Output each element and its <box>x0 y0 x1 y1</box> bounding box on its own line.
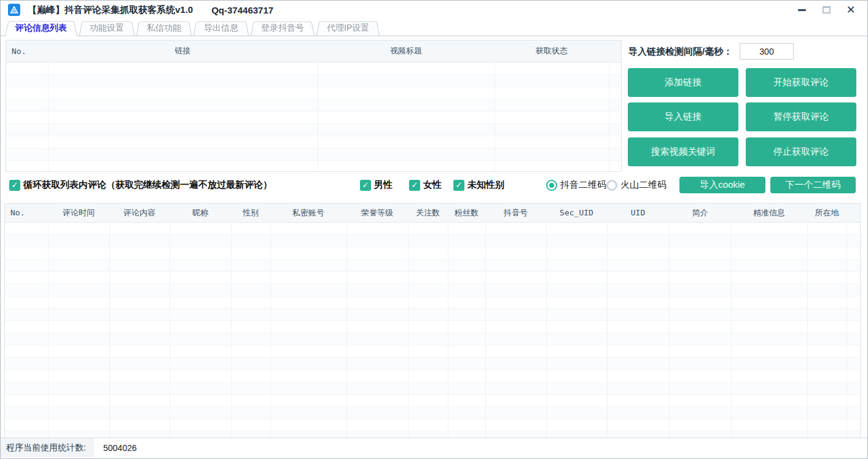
table-cell <box>495 99 609 111</box>
col-no: No. <box>6 40 48 62</box>
table-cell <box>546 247 607 259</box>
table-cell <box>270 406 346 418</box>
table-cell <box>5 418 48 431</box>
pause-fetch-comments-button[interactable]: 暂停获取评论 <box>746 102 856 131</box>
table-cell <box>731 418 807 431</box>
close-button[interactable]: ✕ <box>845 4 856 15</box>
tab-private-message[interactable]: 私信功能 <box>136 20 192 36</box>
table-row <box>5 320 860 333</box>
table-cell <box>607 222 669 234</box>
table-cell <box>5 284 48 296</box>
table-cell <box>731 296 807 308</box>
window-title: 【巅峰】抖音评论采集抓取获客系统v1.0 <box>28 4 193 16</box>
table-cell <box>669 394 731 406</box>
table-cell <box>109 369 170 382</box>
table-cell <box>346 259 408 271</box>
douyin-qr-label: 抖音二维码 <box>560 179 606 191</box>
table-cell <box>546 308 607 320</box>
table-cell <box>6 74 48 87</box>
table-cell <box>346 308 408 320</box>
huoshan-qr-radio[interactable] <box>606 180 617 191</box>
table-cell <box>448 284 485 296</box>
search-video-keyword-button[interactable]: 搜索视频关键词 <box>628 137 738 166</box>
table-cell <box>48 406 109 418</box>
table-cell <box>346 222 408 234</box>
male-checkbox[interactable]: ✓ <box>360 180 371 191</box>
table-cell <box>485 247 546 259</box>
add-link-button[interactable]: 添加链接 <box>628 68 738 97</box>
col-sec-uid: Sec_UID <box>546 204 607 222</box>
table-cell <box>48 123 318 136</box>
maximize-button[interactable] <box>821 4 832 15</box>
stop-fetch-comments-button[interactable]: 停止获取评论 <box>746 137 856 166</box>
table-cell <box>48 320 109 333</box>
table-cell <box>170 406 231 418</box>
table-cell <box>448 357 485 369</box>
col-gutter <box>609 40 621 62</box>
table-cell <box>5 394 48 406</box>
col-link: 链接 <box>48 40 318 62</box>
table-cell <box>5 357 48 369</box>
comment-list-table: No. 评论时间 评论内容 昵称 性别 私密账号 荣誉等级 关注数 粉丝数 抖音… <box>4 203 861 439</box>
tab-proxy-ip-settings[interactable]: 代理IP设置 <box>316 20 380 36</box>
minimize-button[interactable] <box>796 4 807 15</box>
tab-export-info[interactable]: 导出信息 <box>194 20 249 36</box>
table-cell <box>270 369 346 382</box>
tab-login-douyin-account[interactable]: 登录抖音号 <box>251 20 315 36</box>
table-cell <box>48 99 318 111</box>
unknown-gender-checkbox[interactable]: ✓ <box>453 180 464 191</box>
table-cell <box>609 62 621 74</box>
table-cell <box>846 259 860 271</box>
table-cell <box>607 382 669 394</box>
table-cell <box>485 284 546 296</box>
table-cell <box>495 74 609 87</box>
table-cell <box>448 308 485 320</box>
table-cell <box>607 296 669 308</box>
table-cell <box>109 222 170 234</box>
loop-fetch-checkbox[interactable]: ✓ <box>9 180 20 191</box>
female-checkbox[interactable]: ✓ <box>409 180 420 191</box>
next-qr-code-button[interactable]: 下一个二维码 <box>770 177 856 193</box>
tab-function-settings[interactable]: 功能设置 <box>79 20 135 36</box>
table-row <box>5 394 860 406</box>
female-checkbox-row: ✓ 女性 <box>409 179 442 191</box>
table-cell <box>495 160 609 172</box>
tab-comment-info-list[interactable]: 评论信息列表 <box>5 20 77 36</box>
table-cell <box>807 333 846 345</box>
interval-input[interactable] <box>740 43 794 60</box>
table-cell <box>731 333 807 345</box>
table-cell <box>170 320 231 333</box>
table-cell <box>669 382 731 394</box>
table-cell <box>270 394 346 406</box>
table-cell <box>231 418 270 431</box>
import-cookie-button[interactable]: 导入cookie <box>679 177 765 193</box>
table-cell <box>546 320 607 333</box>
table-cell <box>318 136 495 148</box>
usage-count-value: 5004026 <box>93 438 867 457</box>
import-link-button[interactable]: 导入链接 <box>628 102 738 131</box>
table-cell <box>48 394 109 406</box>
table-cell <box>546 357 607 369</box>
table-cell <box>669 357 731 369</box>
minimize-icon <box>798 9 806 11</box>
douyin-qr-radio[interactable] <box>546 180 557 191</box>
table-row <box>5 284 860 296</box>
col-following-count: 关注数 <box>408 204 448 222</box>
start-fetch-comments-button[interactable]: 开始获取评论 <box>746 68 856 97</box>
table-cell <box>408 345 448 357</box>
table-cell <box>495 62 609 74</box>
table-cell <box>607 345 669 357</box>
table-cell <box>231 296 270 308</box>
table-cell <box>485 222 546 234</box>
table-cell <box>170 382 231 394</box>
table-cell <box>346 394 408 406</box>
table-cell <box>5 345 48 357</box>
table-row <box>5 333 860 345</box>
table-cell <box>6 111 48 123</box>
table-cell <box>270 247 346 259</box>
table-cell <box>669 345 731 357</box>
table-cell <box>846 369 860 382</box>
table-cell <box>495 123 609 136</box>
table-cell <box>48 382 109 394</box>
table-cell <box>448 418 485 431</box>
